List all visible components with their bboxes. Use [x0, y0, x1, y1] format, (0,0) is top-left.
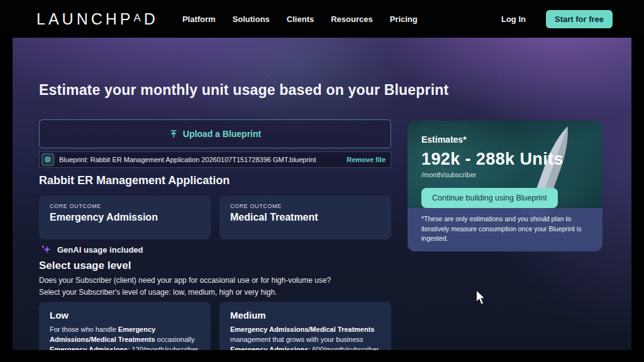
usage-level-text: Emergency Admissions: 120/month/subscrib…: [50, 345, 200, 350]
usage-level-title: Low: [50, 310, 200, 321]
estimates-title: Estimates*: [421, 134, 589, 145]
page: LAUNCHPAD Platform Solutions Clients Res…: [0, 0, 644, 362]
nav-item-solutions[interactable]: Solutions: [233, 14, 270, 24]
logo-text-a: A: [133, 12, 143, 24]
select-usage-level-heading: Select usage level: [39, 260, 131, 272]
genai-note-row: GenAI usage included: [40, 244, 143, 255]
launchpad-logo[interactable]: LAUNCHPAD: [36, 10, 158, 28]
logo-text-suffix: D: [144, 10, 158, 28]
nav-item-resources[interactable]: Resources: [331, 14, 372, 24]
upload-icon: [169, 129, 178, 138]
page-title: Estimate your monthly unit usage based o…: [39, 82, 448, 99]
usage-description-line2: Select your Subscriber's level of usage:…: [39, 287, 404, 299]
main-nav: Platform Solutions Clients Resources Pri…: [182, 14, 418, 24]
upload-blueprint-button[interactable]: Upload a Blueprint: [39, 119, 391, 148]
usage-description-line1: Does your Subscriber (client) need your …: [39, 275, 404, 287]
genai-note-label: GenAI usage included: [57, 245, 143, 255]
core-outcome-eyebrow: CORE OUTCOME: [50, 203, 200, 209]
blueprint-gear-icon: ⚙: [42, 153, 54, 166]
header-actions: Log In Start for free: [501, 10, 613, 28]
core-outcome-eyebrow: CORE OUTCOME: [230, 203, 380, 209]
remove-file-link[interactable]: Remove file: [347, 156, 386, 163]
nav-item-pricing[interactable]: Pricing: [390, 14, 418, 24]
usage-level-text: Emergency Admissions: 600/month/subscrib…: [230, 345, 380, 350]
sparkle-icon: [40, 244, 52, 255]
usage-level-text: Emergency Admissions/Medical Treatments …: [230, 325, 380, 345]
start-for-free-button[interactable]: Start for free: [546, 10, 613, 28]
usage-level-cards-row: Low For those who handle Emergency Admis…: [39, 302, 391, 350]
application-name-heading: Rabbit ER Management Application: [39, 174, 230, 187]
top-nav-bar: LAUNCHPAD Platform Solutions Clients Res…: [0, 0, 644, 38]
usage-level-card-low[interactable]: Low For those who handle Emergency Admis…: [39, 302, 211, 350]
estimates-card: Estimates* 192k - 288k Units /month/subs…: [408, 121, 602, 251]
estimates-value: 192k - 288k Units: [421, 150, 589, 169]
usage-level-title: Medium: [230, 310, 380, 321]
logo-text-prefix: LAUNCHP: [36, 10, 133, 28]
continue-building-button[interactable]: Continue building using Blueprint: [421, 188, 558, 208]
core-outcome-title: Medical Treatment: [230, 212, 380, 223]
uploaded-file-name: Blueprint: Rabbit ER Management Applicat…: [59, 156, 340, 163]
upload-button-label: Upload a Blueprint: [183, 129, 261, 139]
login-link[interactable]: Log In: [501, 14, 526, 24]
core-outcome-card-medical-treatment: CORE OUTCOME Medical Treatment: [219, 195, 391, 239]
usage-level-card-medium[interactable]: Medium Emergency Admissions/Medical Trea…: [219, 302, 391, 350]
estimates-unit: /month/subscriber: [421, 171, 589, 178]
core-outcome-title: Emergency Admission: [50, 212, 200, 223]
nav-item-clients[interactable]: Clients: [287, 14, 314, 24]
uploaded-file-row: ⚙ Blueprint: Rabbit ER Management Applic…: [39, 151, 391, 168]
main-content-area: Estimate your monthly unit usage based o…: [13, 38, 631, 350]
estimates-footnote: *These are only estimations and you shou…: [408, 208, 602, 251]
usage-level-description: Does your Subscriber (client) need your …: [39, 275, 404, 299]
usage-level-text: For those who handle Emergency Admission…: [50, 325, 200, 345]
nav-item-platform[interactable]: Platform: [182, 14, 216, 24]
core-outcomes-row: CORE OUTCOME Emergency Admission CORE OU…: [39, 195, 391, 239]
core-outcome-card-emergency-admission: CORE OUTCOME Emergency Admission: [39, 195, 211, 239]
